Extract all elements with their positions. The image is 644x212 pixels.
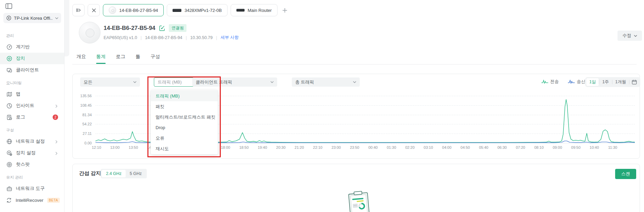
close-button[interactable] [88, 4, 100, 16]
x-tick-label: 22:10 [313, 145, 323, 149]
status-badge: 연결됨 [169, 24, 186, 32]
x-tick-label: 09:00 [553, 145, 562, 149]
tabs-divider [72, 64, 637, 65]
tab-2[interactable]: 로그 [116, 54, 125, 64]
chevron-right-icon [55, 103, 58, 108]
site-icon [6, 15, 12, 21]
x-tick-label: 09:50 [571, 145, 581, 149]
sidebar-item-label: 계기반 [16, 44, 30, 50]
x-tick-label: 04:00 [442, 145, 452, 149]
sidebar-collapse-icon[interactable] [5, 3, 13, 10]
tab-1[interactable]: 통계 [96, 54, 106, 64]
device-tab-bar: 14-EB-B6-27-B5-943428XMPv1-72-0BMain Rou… [72, 4, 289, 17]
chevron-right-icon [55, 151, 58, 156]
sidebar-item-1-0[interactable]: 맵 [0, 88, 64, 100]
insight-icon [6, 103, 12, 109]
sidebar-item-0-0[interactable]: 계기반 [0, 41, 64, 53]
device-tab-label: 3428XMPv1-72-0B [184, 8, 222, 13]
statistics-card: 모든 트래픽 (MB) 클라이언트 트래픽 총 트래픽 전송 [72, 74, 640, 159]
collapsed-device-panel[interactable] [65, 0, 69, 56]
network-settings-icon [6, 138, 12, 144]
tools-icon [6, 186, 12, 192]
sidebar-item-0-2[interactable]: 클라이언트 [0, 64, 64, 76]
notification-badge: 2 [53, 114, 58, 120]
router-thumbnail-icon [236, 9, 245, 12]
metric-dropdown-menu: 트래픽 (MB)패킷멀티캐스트/브로드캐스트 패킷Drop오류재시도 [150, 90, 218, 155]
sidebar-section-label: 유지 관리 [0, 170, 64, 183]
menu-item-2[interactable]: 멀티캐스트/브로드캐스트 패킷 [151, 112, 218, 122]
sidebar-item-2-0[interactable]: 네트워크 설정 [0, 136, 64, 147]
site-selector[interactable]: TP-Link Korea Offi... [3, 13, 61, 23]
x-tick-label: 01:30 [387, 145, 396, 149]
chevron-down-icon [133, 81, 137, 83]
chevron-right-icon [55, 139, 58, 144]
range-1month[interactable]: 1개월 [612, 78, 629, 86]
sidebar-item-label: 장치 [16, 55, 25, 61]
band-selector: 2.4 GHz 5 GHz [101, 169, 147, 178]
expand-panel-button[interactable] [72, 4, 85, 16]
chevron-down-icon [55, 17, 58, 19]
legend-tx: 전송 [541, 79, 559, 85]
menu-item-5[interactable]: 재시도 [151, 143, 218, 154]
range-1week[interactable]: 1주 [599, 78, 612, 86]
device-icon [6, 55, 12, 61]
menu-item-0[interactable]: 트래픽 (MB) [151, 91, 218, 101]
x-tick-label: 13:00 [110, 145, 120, 149]
x-tick-label: 05:40 [479, 145, 488, 149]
device-tab-1[interactable]: 3428XMPv1-72-0B [167, 4, 228, 16]
tab-0[interactable]: 개요 [76, 54, 86, 64]
device-model: EAP650(US) v1.0 [104, 35, 137, 40]
tab-3[interactable]: 툴 [136, 54, 140, 64]
scan-button[interactable]: 스캔 [615, 169, 636, 179]
sidebar-item-3-0[interactable]: 네트워크 도구 [0, 183, 64, 194]
menu-item-4[interactable]: 오류 [151, 133, 218, 143]
chevron-down-icon [270, 81, 274, 83]
band-5ghz[interactable]: 5 GHz [126, 170, 146, 177]
ap-thumbnail-icon [109, 6, 116, 14]
chevron-down-icon [353, 81, 356, 83]
time-range-selector: 1일 1주 1개월 [585, 77, 640, 87]
sidebar-item-1-1[interactable]: 인사이트 [0, 100, 64, 111]
total-traffic-dropdown[interactable]: 총 트래픽 [292, 77, 360, 87]
hotspot-icon [6, 161, 12, 167]
sidebar-item-2-2[interactable]: 핫스팟 [0, 159, 64, 170]
map-icon [6, 91, 12, 97]
port-filter-dropdown[interactable]: 모든 [80, 77, 140, 87]
edit-name-icon[interactable] [159, 25, 165, 31]
waveform-icon-green [541, 80, 548, 84]
band-2-4ghz[interactable]: 2.4 GHz [102, 170, 126, 177]
edit-device-button[interactable]: 수정 [618, 31, 642, 41]
add-tab-button[interactable] [281, 6, 289, 15]
menu-item-3[interactable]: Drop [151, 122, 218, 133]
x-tick-label: 21:20 [294, 145, 304, 149]
tab-4[interactable]: 구성 [150, 54, 160, 64]
sidebar-item-label: IntelliRecover [16, 198, 43, 203]
x-tick-label: 00:40 [368, 145, 378, 149]
y-tick-label: 108.45 [75, 103, 92, 107]
x-tick-label: 23:50 [350, 145, 359, 149]
calendar-icon[interactable] [629, 80, 639, 85]
sidebar-item-1-2[interactable]: 로그2 [0, 111, 64, 123]
clients-icon [6, 67, 12, 73]
device-tab-2[interactable]: Main Router [231, 4, 278, 16]
legend-rx: 송신 [568, 79, 585, 85]
sidebar-item-2-1[interactable]: 장치 설정 [0, 147, 64, 159]
traffic-type-dropdown[interactable]: 클라이언트 트래픽 [192, 77, 277, 87]
sidebar-item-label: 로그 [16, 114, 25, 120]
sidebar-item-label: 맵 [16, 91, 21, 97]
device-settings-icon [6, 150, 12, 156]
x-tick-label: 20:30 [276, 145, 286, 149]
y-tick-label: 81.34 [75, 113, 92, 117]
sidebar-item-3-1[interactable]: IntelliRecoverBETA [0, 194, 64, 206]
menu-item-1[interactable]: 패킷 [151, 101, 218, 112]
x-tick-label: 12:10 [92, 145, 101, 149]
sidebar-item-0-1[interactable]: 장치 [0, 53, 64, 64]
range-1day[interactable]: 1일 [586, 78, 599, 86]
x-tick-label: 02:20 [405, 145, 415, 149]
sidebar-section-label: 구성 [0, 123, 64, 136]
x-tick-label: 07:20 [516, 145, 525, 149]
device-avatar [79, 22, 101, 43]
device-tab-0[interactable]: 14-EB-B6-27-B5-94 [103, 4, 164, 16]
details-link[interactable]: 세부 사항 [220, 35, 238, 40]
x-tick-label: 13:50 [129, 145, 138, 149]
